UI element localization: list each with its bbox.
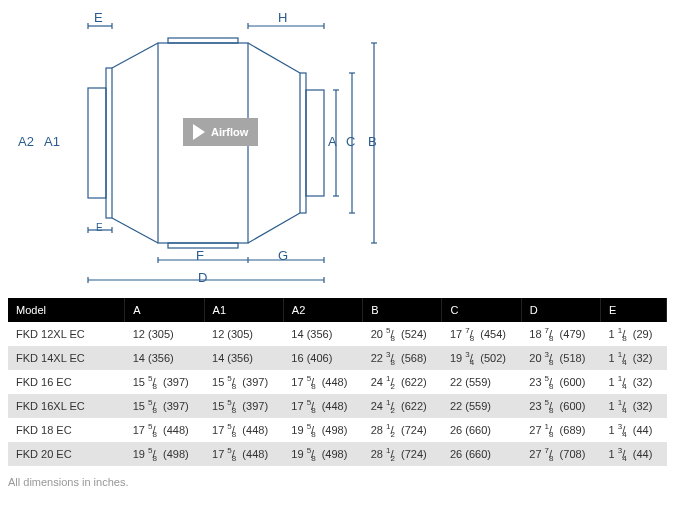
arrow-icon [193, 124, 205, 140]
cell-dim: 17 5/8 (448) [283, 370, 362, 394]
col-header: A1 [204, 298, 283, 322]
table-row: FKD 20 EC19 5/8 (498)17 5/8 (448)19 5/8 … [8, 442, 667, 466]
svg-rect-9 [300, 73, 306, 213]
cell-dim: 14 (356) [283, 322, 362, 346]
airflow-indicator: Airflow [183, 118, 258, 146]
cell-dim: 1 1/4 (32) [601, 346, 667, 370]
cell-dim: 22 (559) [442, 394, 521, 418]
table-row: FKD 12XL EC12 (305)12 (305)14 (356)20 5/… [8, 322, 667, 346]
cell-dim: 26 (660) [442, 418, 521, 442]
cell-dim: 23 5/8 (600) [521, 370, 600, 394]
cell-dim: 27 7/8 (708) [521, 442, 600, 466]
cell-dim: 12 (305) [204, 322, 283, 346]
cell-dim: 15 5/8 (397) [204, 370, 283, 394]
cell-model: FKD 14XL EC [8, 346, 125, 370]
dim-e-small: E [96, 222, 103, 233]
col-header: C [442, 298, 521, 322]
cell-dim: 17 5/8 (448) [204, 442, 283, 466]
cell-model: FKD 16 EC [8, 370, 125, 394]
cell-dim: 15 5/8 (397) [204, 394, 283, 418]
cell-dim: 19 5/8 (498) [283, 442, 362, 466]
cell-dim: 1 1/4 (32) [601, 370, 667, 394]
table-row: FKD 18 EC17 5/8 (448)17 5/8 (448)19 5/8 … [8, 418, 667, 442]
dim-d: D [198, 270, 207, 285]
cell-dim: 1 1/4 (32) [601, 394, 667, 418]
svg-rect-0 [88, 88, 106, 198]
dim-a1: A1 [44, 134, 60, 149]
svg-line-3 [112, 218, 158, 243]
cell-dim: 14 (356) [204, 346, 283, 370]
dim-c: C [346, 134, 355, 149]
cell-dim: 26 (660) [442, 442, 521, 466]
cell-dim: 14 (356) [125, 346, 204, 370]
col-header: B [363, 298, 442, 322]
col-header: Model [8, 298, 125, 322]
cell-dim: 19 3/4 (502) [442, 346, 521, 370]
airflow-label: Airflow [211, 126, 248, 138]
svg-line-2 [112, 43, 158, 68]
svg-rect-1 [106, 68, 112, 218]
cell-model: FKD 16XL EC [8, 394, 125, 418]
cell-model: FKD 18 EC [8, 418, 125, 442]
cell-dim: 1 3/4 (44) [601, 442, 667, 466]
svg-line-7 [248, 43, 300, 73]
dim-a: A [328, 134, 337, 149]
cell-dim: 1 1/8 (29) [601, 322, 667, 346]
cell-dim: 24 1/2 (622) [363, 394, 442, 418]
dimension-diagram: Airflow A2 A1 A C B E H E F G D [68, 8, 398, 288]
col-header: A [125, 298, 204, 322]
cell-dim: 15 5/8 (397) [125, 394, 204, 418]
cell-dim: 16 (406) [283, 346, 362, 370]
table-row: FKD 16 EC15 5/8 (397)15 5/8 (397)17 5/8 … [8, 370, 667, 394]
cell-dim: 17 5/8 (448) [125, 418, 204, 442]
cell-dim: 28 1/2 (724) [363, 418, 442, 442]
cell-dim: 12 (305) [125, 322, 204, 346]
cell-dim: 1 3/4 (44) [601, 418, 667, 442]
table-row: FKD 16XL EC15 5/8 (397)15 5/8 (397)17 5/… [8, 394, 667, 418]
cell-dim: 20 5/8 (524) [363, 322, 442, 346]
cell-dim: 18 7/8 (479) [521, 322, 600, 346]
dimensions-table: ModelAA1A2BCDE FKD 12XL EC12 (305)12 (30… [8, 298, 667, 466]
table-header: ModelAA1A2BCDE [8, 298, 667, 322]
cell-model: FKD 12XL EC [8, 322, 125, 346]
cell-dim: 17 5/8 (448) [283, 394, 362, 418]
dim-b: B [368, 134, 377, 149]
svg-rect-5 [168, 38, 238, 43]
cell-dim: 17 5/8 (448) [204, 418, 283, 442]
table-row: FKD 14XL EC14 (356)14 (356)16 (406)22 3/… [8, 346, 667, 370]
cell-dim: 20 3/8 (518) [521, 346, 600, 370]
units-note: All dimensions in inches. [8, 476, 667, 488]
dim-f: F [196, 248, 204, 263]
cell-dim: 22 (559) [442, 370, 521, 394]
svg-rect-10 [306, 90, 324, 196]
cell-dim: 15 5/8 (397) [125, 370, 204, 394]
cell-dim: 22 3/8 (568) [363, 346, 442, 370]
cell-dim: 27 1/8 (689) [521, 418, 600, 442]
cell-dim: 19 5/8 (498) [125, 442, 204, 466]
cell-dim: 23 5/8 (600) [521, 394, 600, 418]
col-header: D [521, 298, 600, 322]
cell-dim: 28 1/2 (724) [363, 442, 442, 466]
cell-dim: 19 5/8 (498) [283, 418, 362, 442]
svg-line-8 [248, 213, 300, 243]
cell-model: FKD 20 EC [8, 442, 125, 466]
col-header: A2 [283, 298, 362, 322]
dim-h: H [278, 10, 287, 25]
dim-e-top: E [94, 10, 103, 25]
cell-dim: 17 7/8 (454) [442, 322, 521, 346]
dim-g: G [278, 248, 288, 263]
col-header: E [601, 298, 667, 322]
cell-dim: 24 1/2 (622) [363, 370, 442, 394]
dim-a2: A2 [18, 134, 34, 149]
